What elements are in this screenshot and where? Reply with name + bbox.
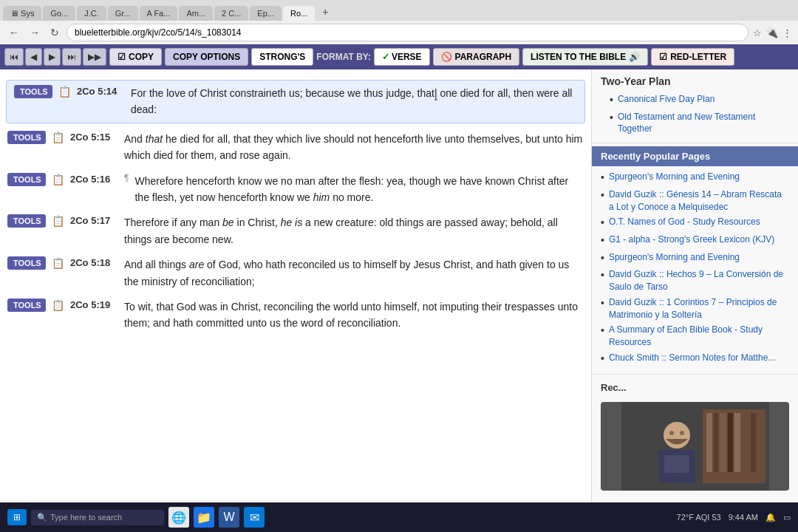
popular-link-4[interactable]: G1 - alpha - Strong's Greek Lexicon (KJV… [609, 233, 774, 246]
speaker-icon: 🔊 [629, 52, 640, 62]
popular-link-9[interactable]: Chuck Smith :: Sermon Notes for Matthe..… [609, 352, 775, 364]
redletter-button[interactable]: ☑ RED-LETTER [651, 48, 734, 66]
site-toolbar: ⏮ ◀ ▶ ⏭ ▶▶ ☑ COPY COPY OPTIONS STRONG'S … [0, 44, 798, 69]
popular-item-3: • O.T. Names of God - Study Resources [592, 214, 798, 232]
copy-icon-5-15[interactable]: 📋 [52, 132, 64, 143]
verse-ref-5-17: 2Co 5:17 [70, 215, 118, 226]
separator-1 [592, 143, 798, 143]
last-button[interactable]: ⏭ [62, 48, 81, 66]
svg-rect-7 [742, 413, 749, 472]
extension-icon[interactable]: 🔌 [766, 27, 778, 38]
video-placeholder [601, 402, 789, 491]
popular-link-1[interactable]: Spurgeon's Morning and Evening [609, 171, 740, 183]
verse-ref-5-16: 2Co 5:16 [70, 174, 118, 185]
popular-link-7[interactable]: David Guzik :: 1 Corintios 7 – Principio… [609, 296, 789, 321]
bookmark-icon[interactable]: ☆ [753, 27, 762, 38]
tab-fa[interactable]: A Fa... [140, 6, 178, 21]
search-box[interactable]: 🔍 Type here to search [31, 510, 164, 525]
plan-link-1[interactable]: Canonical Five Day Plan [618, 93, 715, 106]
task-icon-mail[interactable]: ✉ [244, 507, 265, 528]
verse-label: VERSE [392, 52, 422, 62]
verse-text-5-14: For the love of Christ constraineth us; … [131, 85, 577, 118]
popular-link-6[interactable]: David Guzik :: Hechos 9 – La Conversión … [609, 268, 789, 293]
next-button[interactable]: ▶ [44, 48, 61, 66]
verse-row: TOOLS 📋 2Co 5:19 To wit, that God was in… [0, 294, 591, 336]
task-icon-word[interactable]: W [219, 507, 239, 528]
tab-gr1[interactable]: Gr... [108, 6, 138, 21]
verse-button[interactable]: ✓ VERSE [374, 48, 430, 66]
popular-item-9: • Chuck Smith :: Sermon Notes for Matthe… [592, 350, 798, 368]
svg-rect-5 [728, 413, 733, 472]
verse-text-5-16: Wherefore henceforth know we no man afte… [134, 173, 584, 206]
copy-icon-5-18[interactable]: 📋 [52, 257, 64, 269]
copy-icon-5-19[interactable]: 📋 [52, 299, 64, 311]
next2-button[interactable]: ▶▶ [83, 48, 106, 66]
copy-label: COPY [129, 52, 154, 62]
back-button[interactable]: ← [6, 25, 22, 40]
svg-rect-2 [706, 413, 712, 472]
start-button[interactable]: ⊞ [7, 509, 27, 525]
copy-icon-5-16[interactable]: 📋 [52, 174, 64, 185]
tools-button-5-15[interactable]: TOOLS [7, 131, 46, 144]
tab-ep[interactable]: Ep... [250, 6, 282, 21]
popular-link-5[interactable]: Spurgeon's Morning and Evening [609, 251, 740, 264]
tab-add-button[interactable]: + [316, 3, 334, 21]
tab-2c[interactable]: 2 C... [214, 6, 248, 21]
weather-display: 72°F AQI 53 [677, 513, 721, 522]
tools-button-5-16[interactable]: TOOLS [7, 173, 46, 186]
redletter-label: RED-LETTER [670, 52, 726, 62]
menu-icon[interactable]: ⋮ [782, 27, 792, 38]
address-bar[interactable] [66, 24, 748, 41]
copy-icon-5-17[interactable]: 📋 [52, 215, 64, 227]
popular-link-8[interactable]: A Summary of Each Bible Book - Study Res… [609, 324, 789, 349]
tab-sys[interactable]: 🖥 Sys [3, 6, 41, 21]
popular-item-5: • Spurgeon's Morning and Evening [592, 250, 798, 267]
bullet-pop-8: • [601, 324, 604, 338]
popular-link-3[interactable]: O.T. Names of God - Study Resources [609, 216, 760, 228]
task-icon-chrome[interactable]: 🌐 [168, 507, 189, 528]
svg-rect-8 [751, 413, 756, 472]
paragraph-label: PARAGRAPH [455, 52, 511, 62]
verse-ref-5-19: 2Co 5:19 [70, 299, 118, 310]
reload-button[interactable]: ↻ [47, 25, 62, 40]
tools-button-5-17[interactable]: TOOLS [7, 214, 46, 228]
copy-options-button[interactable]: COPY OPTIONS [165, 48, 248, 66]
tab-ro[interactable]: Ro... [283, 6, 315, 21]
tab-jc[interactable]: J.C. [77, 6, 106, 21]
strongs-button[interactable]: STRONG'S [251, 48, 313, 66]
nav-arrows: ⏮ ◀ ▶ ⏭ ▶▶ [4, 48, 106, 66]
paragraph-button[interactable]: 🚫 PARAGRAPH [433, 48, 519, 66]
strongs-label: STRONG'S [259, 52, 305, 62]
copy-button[interactable]: ☑ COPY [109, 48, 162, 66]
first-button[interactable]: ⏮ [4, 48, 24, 66]
bullet-pop-7: • [601, 296, 604, 311]
tools-button-5-14[interactable]: TOOLS [14, 85, 52, 98]
listen-button[interactable]: LISTEN TO THE BIBLE 🔊 [522, 48, 648, 66]
tab-go[interactable]: Go... [43, 6, 75, 21]
svg-rect-4 [720, 413, 726, 472]
bullet-icon-2: • [610, 111, 613, 126]
verse-row: TOOLS 📋 2Co 5:16 ¶ Wherefore henceforth … [0, 168, 591, 211]
prev-button[interactable]: ◀ [25, 48, 42, 66]
verse-row: TOOLS 📋 2Co 5:18 And all things are of G… [0, 252, 591, 294]
bible-text-area[interactable]: TOOLS 📋 2Co 5:14 For the love of Christ … [0, 69, 591, 511]
svg-rect-11 [664, 455, 689, 473]
taskbar-bottom: ⊞ 🔍 Type here to search 🌐 📁 W ✉ 72°F AQI… [0, 502, 798, 532]
copy-icon-5-14[interactable]: 📋 [58, 86, 71, 98]
plan-item-1: • Canonical Five Day Plan [601, 92, 789, 109]
forward-button[interactable]: → [27, 25, 43, 40]
para-mark-5-16: ¶ [124, 173, 129, 183]
plan-link-2[interactable]: Old Testament and New Testament Together [618, 111, 780, 136]
task-icon-explorer[interactable]: 📁 [194, 507, 214, 528]
bullet-pop-2: • [601, 188, 604, 203]
notification-icon[interactable]: 🔔 [765, 513, 776, 522]
verse-text-5-15: And that he died for all, that they whic… [124, 131, 584, 164]
video-container[interactable] [601, 402, 789, 491]
show-desktop-icon[interactable]: ▭ [783, 513, 791, 522]
two-year-plan-section: Two-Year Plan • Canonical Five Day Plan … [592, 69, 798, 140]
popular-link-2[interactable]: David Guzik :: Génesis 14 – Abram Rescat… [609, 188, 789, 214]
tab-am[interactable]: Am... [179, 6, 213, 21]
tools-button-5-18[interactable]: TOOLS [7, 256, 46, 270]
tab-bar: 🖥 Sys Go... J.C. Gr... A Fa... Am... 2 C… [0, 0, 798, 21]
tools-button-5-19[interactable]: TOOLS [7, 299, 46, 312]
